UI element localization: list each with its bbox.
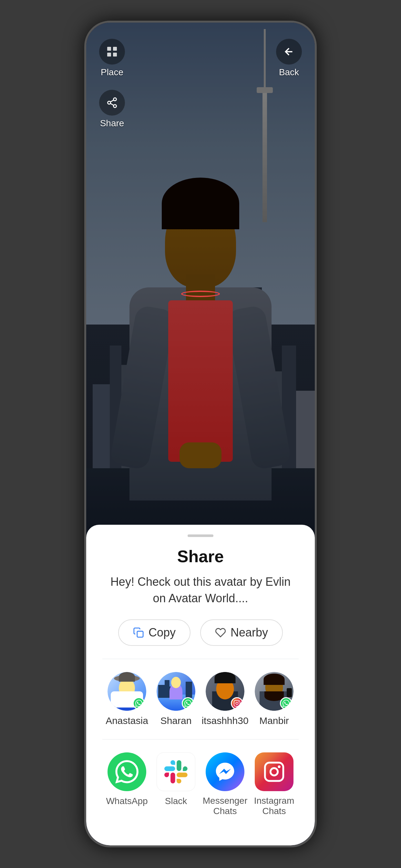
svg-rect-9 bbox=[137, 631, 143, 637]
contact-itsashhh30[interactable]: itsashhh30 bbox=[203, 672, 248, 726]
nearby-label: Nearby bbox=[230, 626, 268, 640]
contact-sharan[interactable]: Sharan bbox=[153, 672, 198, 726]
svg-point-15 bbox=[278, 765, 281, 768]
top-bar: Place Share bbox=[86, 23, 315, 74]
svg-point-11 bbox=[236, 702, 238, 704]
contact-name-anastasia: Anastasia bbox=[105, 715, 148, 726]
contacts-row: Anastasia bbox=[102, 665, 299, 733]
contact-avatar-itsashhh30 bbox=[206, 672, 244, 711]
top-bar-left: Place Share bbox=[99, 39, 125, 128]
drag-handle[interactable] bbox=[188, 534, 213, 537]
svg-point-4 bbox=[114, 98, 117, 101]
messenger-label: Messenger Chats bbox=[203, 796, 248, 816]
share-title: Share bbox=[102, 547, 299, 566]
back-icon-btn[interactable] bbox=[276, 39, 302, 65]
divider-1 bbox=[102, 659, 299, 659]
nearby-button[interactable]: Nearby bbox=[200, 619, 283, 646]
place-icon-btn[interactable] bbox=[99, 39, 125, 65]
apps-row: WhatsApp Slack bbox=[102, 746, 299, 819]
svg-line-8 bbox=[111, 100, 114, 102]
whatsapp-badge bbox=[280, 697, 292, 709]
svg-rect-0 bbox=[107, 47, 111, 51]
share-icon-btn[interactable] bbox=[99, 90, 125, 116]
app-messenger[interactable]: Messenger Chats bbox=[203, 752, 248, 816]
svg-rect-3 bbox=[113, 53, 117, 57]
svg-rect-10 bbox=[234, 701, 240, 706]
contact-avatar-anastasia bbox=[107, 672, 146, 711]
top-bar-right: Back bbox=[276, 39, 302, 78]
svg-rect-1 bbox=[113, 47, 117, 51]
svg-line-7 bbox=[111, 103, 114, 105]
svg-point-5 bbox=[108, 101, 111, 104]
copy-label: Copy bbox=[149, 626, 176, 640]
instagram-icon bbox=[255, 752, 294, 791]
contact-anastasia[interactable]: Anastasia bbox=[104, 672, 150, 726]
svg-rect-13 bbox=[265, 763, 283, 781]
contact-name-itsashhh30: itsashhh30 bbox=[202, 715, 248, 726]
app-whatsapp[interactable]: WhatsApp bbox=[104, 752, 150, 816]
svg-point-6 bbox=[114, 104, 117, 107]
contact-avatar-manbir bbox=[255, 672, 294, 711]
action-row: Copy Nearby bbox=[102, 619, 299, 646]
instagram-line1: Instagram bbox=[254, 796, 295, 806]
share-message: Hey! Check out this avatar by Evlin on A… bbox=[102, 574, 299, 607]
whatsapp-badge bbox=[182, 697, 194, 709]
phone-frame: Place Share bbox=[84, 21, 317, 847]
contact-name-manbir: Manbir bbox=[259, 715, 289, 726]
messenger-line2: Chats bbox=[203, 806, 248, 816]
place-label: Place bbox=[101, 67, 123, 78]
share-label: Share bbox=[100, 118, 124, 128]
divider-2 bbox=[102, 739, 299, 740]
slack-label: Slack bbox=[165, 796, 187, 807]
whatsapp-icon bbox=[107, 752, 146, 791]
messenger-line1: Messenger bbox=[203, 796, 248, 806]
whatsapp-badge bbox=[133, 697, 145, 709]
messenger-icon bbox=[206, 752, 244, 791]
svg-point-14 bbox=[271, 768, 278, 776]
instagram-label: Instagram Chats bbox=[254, 796, 295, 816]
instagram-line2: Chats bbox=[254, 806, 295, 816]
contact-manbir[interactable]: Manbir bbox=[251, 672, 297, 726]
share-sheet: Share Hey! Check out this avatar by Evli… bbox=[86, 525, 315, 845]
svg-point-12 bbox=[238, 702, 239, 702]
phone-inner: Place Share bbox=[86, 23, 315, 845]
app-instagram[interactable]: Instagram Chats bbox=[251, 752, 297, 816]
app-slack[interactable]: Slack bbox=[153, 752, 198, 816]
instagram-badge bbox=[231, 697, 243, 709]
video-background: Place Share bbox=[86, 23, 315, 571]
contact-avatar-sharan bbox=[157, 672, 195, 711]
whatsapp-label: WhatsApp bbox=[106, 796, 148, 807]
slack-icon bbox=[157, 752, 195, 791]
contact-name-sharan: Sharan bbox=[160, 715, 192, 726]
back-label: Back bbox=[279, 67, 299, 78]
copy-button[interactable]: Copy bbox=[118, 619, 190, 646]
svg-rect-2 bbox=[107, 53, 111, 57]
